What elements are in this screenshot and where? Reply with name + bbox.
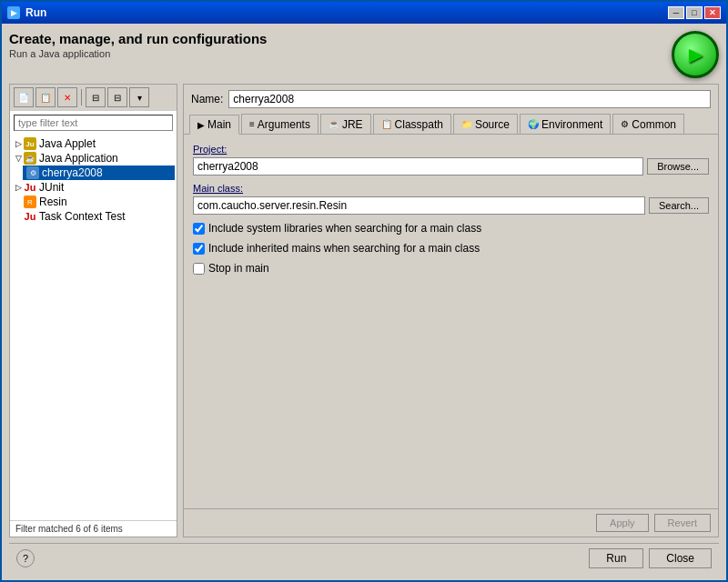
content-area: Create, manage, and run configurations R… <box>2 24 726 580</box>
window-icon: ▶ <box>7 6 20 19</box>
header-section: Create, manage, and run configurations R… <box>9 31 719 78</box>
jre-tab-icon: ☕ <box>329 119 339 129</box>
tab-arguments[interactable]: ≡ Arguments <box>241 114 318 134</box>
minimize-button[interactable]: ─ <box>668 6 684 19</box>
stop-in-main-checkbox[interactable] <box>193 263 205 275</box>
project-input[interactable] <box>193 157 643 176</box>
project-row: Browse... <box>193 157 709 176</box>
title-bar: ▶ Run ─ □ ✕ <box>2 2 726 24</box>
tab-common[interactable]: ⚙ Common <box>612 114 684 134</box>
checkbox-row-2: Include inherited mains when searching f… <box>193 242 709 255</box>
tree-item-resin[interactable]: ▷ R Resin <box>12 195 175 209</box>
window-title: Run <box>25 6 46 19</box>
run-dialog: ▶ Run ─ □ ✕ Create, manage, and run conf… <box>0 0 728 582</box>
tree-label: cherrya2008 <box>42 166 103 179</box>
tree-item-junit[interactable]: ▷ Ju JUnit <box>12 180 175 195</box>
maximize-button[interactable]: □ <box>686 6 703 19</box>
common-tab-icon: ⚙ <box>621 119 629 129</box>
apply-revert-row: Apply Revert <box>184 508 718 537</box>
left-panel: 📄 📋 ✕ ⊟ ⊟ ▾ ▷ Ju Java Applet <box>9 84 177 537</box>
main-class-label: Main class: <box>193 183 709 194</box>
delete-config-button[interactable]: ✕ <box>57 87 77 107</box>
project-browse-button[interactable]: Browse... <box>647 158 709 175</box>
config-icon: ⚙ <box>26 166 39 179</box>
tree-item-java-applet[interactable]: ▷ Ju Java Applet <box>12 136 175 151</box>
tab-environment[interactable]: 🌍 Environment <box>520 114 611 134</box>
tree-item-cherrya2008[interactable]: ⚙ cherrya2008 <box>23 166 175 180</box>
dialog-subtitle: Run a Java application <box>9 48 267 59</box>
environment-tab-icon: 🌍 <box>528 119 539 129</box>
tree-item-java-application[interactable]: ▽ ☕ Java Application <box>12 151 175 166</box>
project-label: Project: <box>193 144 709 155</box>
main-class-search-button[interactable]: Search... <box>649 197 709 214</box>
tree-label: JUnit <box>39 181 64 194</box>
tab-jre[interactable]: ☕ JRE <box>320 114 371 134</box>
name-input[interactable] <box>228 90 711 108</box>
main-panel: 📄 📋 ✕ ⊟ ⊟ ▾ ▷ Ju Java Applet <box>9 84 719 537</box>
filter-input[interactable] <box>14 115 173 131</box>
expand-arrow: ▷ <box>15 139 22 148</box>
project-field-group: Project: Browse... <box>193 144 709 176</box>
close-button[interactable]: Close <box>649 548 712 568</box>
dialog-title: Create, manage, and run configurations <box>9 31 267 46</box>
run-icon <box>672 31 719 78</box>
main-class-row: Search... <box>193 196 709 215</box>
junit-icon-2: Ju <box>24 210 36 223</box>
apply-button[interactable]: Apply <box>596 514 649 532</box>
include-system-libs-checkbox[interactable] <box>193 223 205 235</box>
name-label: Name: <box>191 93 223 105</box>
junit-icon: Ju <box>24 181 36 194</box>
java-app-icon: ☕ <box>24 152 36 165</box>
resin-icon: R <box>24 196 36 208</box>
expand-arrow: ▽ <box>15 154 22 163</box>
java-applet-icon: Ju <box>24 137 36 150</box>
checkbox-row-1: Include system libraries when searching … <box>193 222 709 235</box>
help-button[interactable]: ? <box>16 549 35 567</box>
tree-label: Java Application <box>39 152 118 165</box>
action-buttons: Run Close <box>589 548 712 568</box>
include-inherited-mains-checkbox[interactable] <box>193 243 205 255</box>
tab-source[interactable]: 📁 Source <box>453 114 518 134</box>
include-system-libs-label: Include system libraries when searching … <box>208 222 481 235</box>
source-tab-icon: 📁 <box>461 119 472 129</box>
tab-content-main: Project: Browse... Main class: Search... <box>184 135 718 508</box>
include-inherited-mains-label: Include inherited mains when searching f… <box>208 242 480 255</box>
arguments-tab-icon: ≡ <box>249 119 255 129</box>
tree-label: Task Context Test <box>39 210 126 223</box>
checkbox-row-3: Stop in main <box>193 262 709 275</box>
main-tab-icon: ▶ <box>197 120 205 130</box>
tabs-row: ▶ Main ≡ Arguments ☕ JRE 📋 Classpath <box>184 114 718 135</box>
window-bottom-bar: ? Run Close <box>9 543 719 573</box>
new-config-button[interactable]: 📄 <box>14 87 34 107</box>
classpath-tab-icon: 📋 <box>381 119 392 129</box>
name-row: Name: <box>184 85 718 114</box>
right-panel: Name: ▶ Main ≡ Arguments ☕ JRE <box>183 84 719 537</box>
tab-classpath[interactable]: 📋 Classpath <box>373 114 451 134</box>
filter-status: Filter matched 6 of 6 items <box>10 520 177 537</box>
toolbar-separator <box>81 89 82 105</box>
close-window-button[interactable]: ✕ <box>704 6 721 19</box>
tree-item-task-context-test[interactable]: ▷ Ju Task Context Test <box>12 209 175 224</box>
main-class-input[interactable] <box>193 196 645 215</box>
main-class-field-group: Main class: Search... <box>193 183 709 215</box>
more-button[interactable]: ▾ <box>129 87 149 107</box>
spacer <box>193 282 709 499</box>
left-toolbar: 📄 📋 ✕ ⊟ ⊟ ▾ <box>10 85 177 111</box>
filter-button[interactable]: ⊟ <box>86 87 106 107</box>
stop-in-main-label: Stop in main <box>208 262 269 275</box>
duplicate-config-button[interactable]: 📋 <box>35 87 56 107</box>
collapse-button[interactable]: ⊟ <box>107 87 127 107</box>
tab-main[interactable]: ▶ Main <box>189 115 239 135</box>
config-tree: ▷ Ju Java Applet ▽ ☕ Java Application ⚙ … <box>10 135 177 520</box>
tree-label: Java Applet <box>39 137 96 150</box>
revert-button[interactable]: Revert <box>654 514 711 532</box>
tree-label: Resin <box>39 196 67 208</box>
run-button[interactable]: Run <box>589 548 643 568</box>
expand-arrow: ▷ <box>15 183 22 192</box>
